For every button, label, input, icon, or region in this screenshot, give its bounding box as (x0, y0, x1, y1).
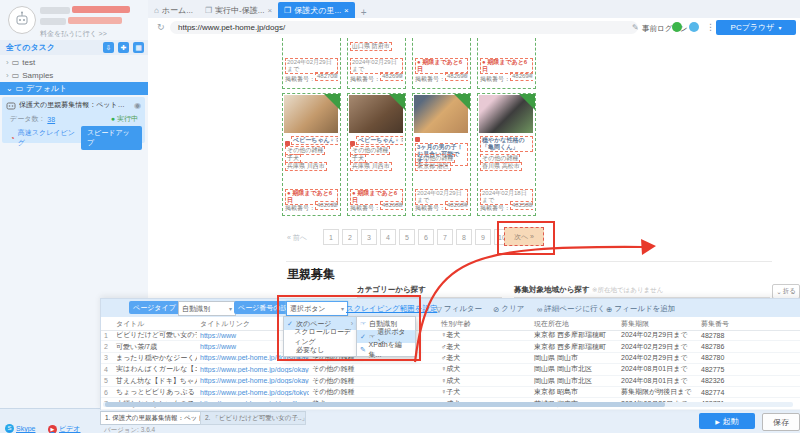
table-row[interactable]: 5甘えん坊な【ドキ】ちゃんhttps://www.pet-home.jp/dog… (101, 376, 800, 387)
bookmark-icon[interactable]: ▤ (462, 72, 468, 79)
category-search-label[interactable]: カテゴリーから探す (357, 285, 426, 295)
more-options-icon[interactable]: ⋮ (706, 22, 715, 32)
close-tab-icon[interactable]: × (267, 6, 272, 15)
speed-scraping-label: 高速スクレイピング (18, 128, 81, 148)
table-row[interactable]: 1ビビりだけど可愛い女の子ひーちゃんhttps://www♀老犬東京都 西多摩郡… (101, 330, 800, 341)
col-id[interactable]: 募集番号 (698, 319, 800, 329)
url-input[interactable]: https://www.pet-home.jp/dogs/ (170, 21, 638, 34)
home-icon: ⌂ (154, 6, 159, 15)
page-number[interactable]: 7 (437, 229, 453, 245)
tab-home[interactable]: ⌂ ホーム... (148, 2, 199, 18)
collapse-button[interactable]: ⌄ 折る (772, 284, 800, 299)
table-row[interactable]: 2可愛い茶/7歳https://www♂老犬東京都 西多摩郡瑞穂町2024年02… (101, 341, 800, 352)
pet-card[interactable]: 期限まであと6日 掲載番号：482696▤ (412, 38, 471, 89)
bookmark-icon[interactable]: ▤ (397, 201, 403, 208)
page-number[interactable]: 8 (456, 229, 472, 245)
new-tab-icon[interactable]: + (361, 7, 367, 18)
pet-card[interactable]: 山口県 防府市 2024年02月29日まで 掲載番号：482699▤ (347, 38, 406, 89)
page-number[interactable]: 3 (361, 229, 377, 245)
view-switch-icon[interactable]: ▦ (133, 42, 144, 53)
pet-card[interactable]: 穏やかな性格の「亀岡くん」 その他の雑種 香川県 高松市 2024年02月18日… (477, 93, 536, 216)
bookmark-icon[interactable]: ▤ (397, 72, 403, 79)
workflow-tab-2[interactable]: 2. 「ビビりだけど可愛い女の子..」 ⊙ (200, 411, 306, 425)
pet-title[interactable]: ベビーちゃん♀ ② (291, 136, 338, 145)
save-button[interactable]: 保存 (762, 413, 800, 431)
pet-title[interactable]: ベビーちゃん♀ ① (356, 136, 403, 145)
chevron-down-icon: ⌄ (776, 288, 781, 296)
video-link[interactable]: ▶ ビデオ (48, 424, 81, 433)
bookmark-icon[interactable]: ▤ (527, 201, 533, 208)
add-field-button[interactable]: ⊕フィールドを追加 (606, 304, 675, 314)
page-number[interactable]: 5 (399, 229, 415, 245)
tree-folder-default[interactable]: ⌄ ▭ デフォルト (0, 82, 148, 95)
tree-folder-samples[interactable]: › ▭ Samples (0, 69, 148, 82)
task-item[interactable]: 保護犬の里親募集情報：ペットのおうち【 ◉ データ数： 38 ● 実行中 ◔ 高… (2, 97, 145, 143)
new-task-icon[interactable]: ✚ (118, 42, 129, 53)
data-count-value[interactable]: 38 (47, 116, 55, 123)
speed-gauge-icon: ◔ (10, 134, 15, 143)
skype-link[interactable]: S Skype (5, 424, 35, 433)
refresh-icon[interactable]: ↻ (157, 22, 165, 32)
col-title[interactable]: タイトル (113, 319, 197, 329)
menu-item-scroll-loading[interactable]: スクロールローディング (284, 330, 356, 343)
set-scrape-scope-link[interactable]: スクレイピング範囲を設定 (346, 304, 437, 314)
table-row[interactable]: 3まったり穏やかなジーくんhttps://www.pet-home.jp/dog… (101, 353, 800, 364)
table-row[interactable]: 6ちょっとビビりあっぷるhttps://www.pet-home.jp/dogs… (101, 387, 800, 398)
check-icon: ✓ (360, 333, 367, 341)
clear-button[interactable]: ⊘クリア (493, 304, 524, 314)
page-number[interactable]: 4 (380, 229, 396, 245)
col-sex-age[interactable]: 性別/年齢 (438, 319, 531, 329)
edit-url-icon[interactable]: ✎ (632, 23, 639, 32)
paging-method-select[interactable]: 選択ボタン ▾ (286, 301, 348, 316)
bookmark-icon[interactable]: ▤ (332, 201, 338, 208)
filter-button[interactable]: ▽フィルター (436, 304, 482, 314)
table-row[interactable]: 4実はわんぱくガールな【エンチャン...https://www.pet-home… (101, 364, 800, 375)
region-search-label[interactable]: 募集対象地域から探す (514, 285, 590, 295)
browser-tabbar: ⌂ ホーム... ❐ 実行中-保護... × ❐ 保護犬の里... × + (148, 0, 800, 19)
tab-active-dogs[interactable]: ❐ 保護犬の里... × (278, 2, 355, 18)
status-green-icon[interactable] (672, 22, 682, 32)
page-number[interactable]: 6 (418, 229, 434, 245)
pet-card[interactable]: 3ヶ月の男の子！お見合い可能です！ その他の雑種 東京都 港区 2024年02月… (412, 93, 471, 216)
pet-card[interactable]: ベビーちゃん♀ ① その他の雑種 子犬 兵庫県 川西市 期限まであと6日 掲載番… (347, 93, 406, 216)
col-limit[interactable]: 募集期限 (618, 319, 698, 329)
submenu-item-edit-xpath[interactable]: ✎ XPathを編集... (357, 343, 415, 356)
table-header: タイトル タイトルリンク 犬種 性別/年齢 現在所在地 募集期限 募集番号 (101, 317, 800, 331)
run-button[interactable]: ▶ 起動 (699, 413, 755, 429)
browser-mode-button[interactable]: PCブラウザ ▾ (716, 20, 796, 35)
pet-card[interactable]: 期限まであと6日 掲載番号：482694▤ (477, 38, 536, 89)
status-blue-icon[interactable] (689, 22, 699, 32)
col-place[interactable]: 現在所在地 (531, 319, 618, 329)
page-number[interactable]: 2 (342, 229, 358, 245)
page-type-select[interactable]: 自動識別 ▾ (178, 301, 236, 316)
close-tab-icon[interactable]: × (344, 6, 349, 15)
user-avatar[interactable] (8, 6, 36, 34)
pagination-prev[interactable]: « 前へ (287, 233, 307, 243)
tab-running-task[interactable]: ❐ 実行中-保護... × (199, 2, 278, 18)
bookmark-icon[interactable]: ▤ (527, 72, 533, 79)
pet-card[interactable]: ベビーちゃん♀ ② その他の雑種 子犬 兵庫県 川西市 期限まであと6日 掲載番… (282, 93, 341, 216)
bookmark-icon[interactable]: ▤ (332, 72, 338, 79)
tree-folder-test[interactable]: › ▭ test (0, 56, 148, 69)
speed-up-button[interactable]: スピードアップ (81, 126, 142, 150)
workflow-tab-1[interactable]: 1. 保護犬の里親募集情報：ペット... (100, 411, 208, 425)
scrollbar-thumb[interactable] (105, 402, 665, 407)
folder-icon: ▭ (12, 58, 20, 67)
link-icon: ∞ (537, 305, 542, 314)
trash-icon: ⊘ (493, 305, 499, 314)
user-badge-redacted (72, 6, 130, 13)
pet-card[interactable]: 2024年02月29日まで 掲載番号：482703▤ (282, 38, 341, 89)
pet-number-label: 掲載番号： (480, 205, 510, 211)
page-number[interactable]: 1 (323, 229, 339, 245)
tasks-header-label: 全てのタスク (6, 42, 55, 53)
pay-link[interactable]: 料金を払うに行く >> (40, 29, 107, 39)
import-task-icon[interactable]: ⇩ (103, 42, 114, 53)
pet-number-label: 掲載番号： (285, 76, 315, 82)
page-number[interactable]: 9 (475, 229, 491, 245)
pet-title[interactable]: 穏やかな性格の「亀岡くん」 (480, 136, 533, 152)
pet-location: 香川県 高松市 (480, 162, 522, 171)
bookmark-icon[interactable]: ▤ (462, 201, 468, 208)
go-detail-page-button[interactable]: ∞詳細ページに行く (537, 304, 605, 314)
stop-task-icon[interactable]: ◉ (134, 101, 141, 110)
horizontal-scrollbar[interactable] (103, 402, 793, 407)
